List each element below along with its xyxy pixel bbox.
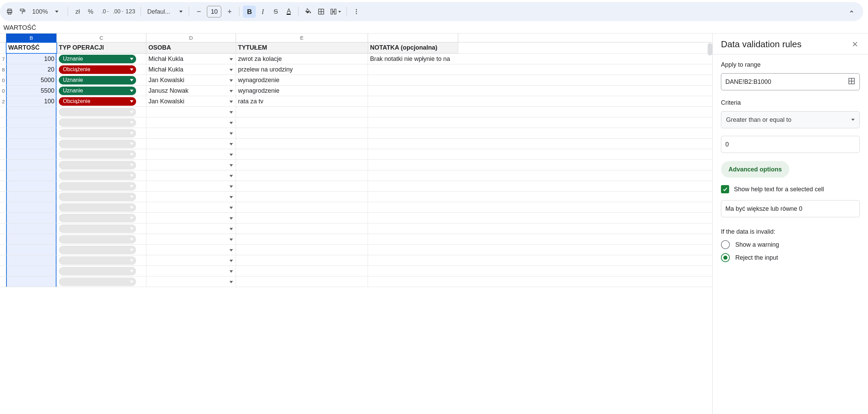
decrease-fontsize-button[interactable]: − xyxy=(193,5,205,18)
operation-chip-empty[interactable] xyxy=(59,150,136,159)
bold-button[interactable]: B xyxy=(243,5,256,18)
operation-chip-empty[interactable] xyxy=(59,171,136,180)
operation-chip[interactable]: Uznanie xyxy=(59,87,136,95)
dropdown-caret-icon[interactable] xyxy=(229,98,234,105)
operation-chip-empty[interactable] xyxy=(59,277,136,286)
operation-chip[interactable]: Uznanie xyxy=(59,55,136,63)
operation-chip-empty[interactable] xyxy=(59,235,136,244)
dropdown-caret-icon[interactable] xyxy=(229,130,234,137)
cell-empty[interactable] xyxy=(368,245,458,255)
cell-person[interactable]: Jan Kowalski xyxy=(146,96,236,106)
row-header[interactable]: 8 xyxy=(0,64,6,75)
cell-empty[interactable] xyxy=(6,192,57,202)
cell-person[interactable] xyxy=(146,202,236,212)
header-cell-osoba[interactable]: OSOBA xyxy=(146,42,236,53)
column-header-b[interactable]: B xyxy=(6,34,57,42)
row-header[interactable] xyxy=(0,223,6,234)
row-header[interactable] xyxy=(0,139,6,149)
print-icon[interactable] xyxy=(3,5,16,18)
cell-empty[interactable] xyxy=(236,255,368,266)
text-color-button[interactable]: A xyxy=(282,5,295,18)
cell-value[interactable]: 100 xyxy=(6,96,57,106)
cell-operation[interactable] xyxy=(57,223,146,234)
cell-empty[interactable] xyxy=(6,149,57,159)
cell-empty[interactable] xyxy=(6,276,57,287)
cell-note[interactable] xyxy=(368,96,458,106)
cell-person[interactable]: Janusz Nowak xyxy=(146,86,236,96)
dropdown-caret-icon[interactable] xyxy=(229,183,234,190)
cell-empty[interactable] xyxy=(6,170,57,181)
cell-note[interactable] xyxy=(368,86,458,96)
row-header[interactable] xyxy=(0,170,6,181)
cell-title[interactable]: zwrot za kolacje xyxy=(236,54,368,64)
row-header[interactable]: 0 xyxy=(0,75,6,85)
cell-person[interactable] xyxy=(146,139,236,149)
strikethrough-button[interactable]: S xyxy=(269,5,282,18)
row-header[interactable] xyxy=(0,234,6,244)
criteria-select[interactable]: Greater than or equal to xyxy=(721,111,860,128)
row-header[interactable] xyxy=(0,255,6,266)
cell-person[interactable] xyxy=(146,107,236,117)
dropdown-caret-icon[interactable] xyxy=(229,161,234,169)
row-header[interactable] xyxy=(0,213,6,223)
operation-chip-empty[interactable] xyxy=(59,118,136,127)
currency-format-button[interactable]: zł xyxy=(71,5,84,18)
cell-person[interactable] xyxy=(146,234,236,244)
row-header[interactable]: 0 xyxy=(0,86,6,96)
cell-empty[interactable] xyxy=(236,202,368,212)
operation-chip-empty[interactable] xyxy=(59,161,136,169)
dropdown-caret-icon[interactable] xyxy=(229,215,234,222)
cell-empty[interactable] xyxy=(236,234,368,244)
cell-person[interactable] xyxy=(146,276,236,287)
cell-person[interactable] xyxy=(146,223,236,234)
fontsize-input[interactable]: 10 xyxy=(207,6,221,17)
cell-person[interactable] xyxy=(146,213,236,223)
radio-show-warning[interactable] xyxy=(721,240,730,249)
cell-empty[interactable] xyxy=(236,192,368,202)
cell-empty[interactable] xyxy=(6,128,57,138)
operation-chip-empty[interactable] xyxy=(59,129,136,138)
cell-title[interactable]: wynagrodzenie xyxy=(236,86,368,96)
cell-operation[interactable] xyxy=(57,245,146,255)
cell-empty[interactable] xyxy=(368,276,458,287)
dropdown-caret-icon[interactable] xyxy=(229,246,234,254)
cell-operation[interactable] xyxy=(57,128,146,138)
dropdown-caret-icon[interactable] xyxy=(229,55,234,63)
dropdown-caret-icon[interactable] xyxy=(229,119,234,126)
font-select[interactable]: Defaul... xyxy=(144,5,185,18)
radio-reject-input[interactable] xyxy=(721,253,730,262)
dropdown-caret-icon[interactable] xyxy=(229,151,234,158)
close-icon[interactable] xyxy=(850,39,860,49)
cell-operation[interactable]: Uznanie xyxy=(57,54,146,64)
cell-empty[interactable] xyxy=(368,170,458,181)
cell-person[interactable]: Jan Kowalski xyxy=(146,75,236,85)
dropdown-caret-icon[interactable] xyxy=(229,236,234,243)
cell-value[interactable]: 20 xyxy=(6,64,57,75)
row-header[interactable]: 2 xyxy=(0,96,6,106)
dropdown-caret-icon[interactable] xyxy=(229,225,234,232)
merge-cells-button[interactable] xyxy=(328,5,343,18)
fill-color-button[interactable] xyxy=(302,5,314,18)
cell-person[interactable] xyxy=(146,160,236,170)
cell-empty[interactable] xyxy=(368,160,458,170)
cell-empty[interactable] xyxy=(368,117,458,128)
cell-operation[interactable] xyxy=(57,107,146,117)
dropdown-caret-icon[interactable] xyxy=(229,193,234,200)
cell-empty[interactable] xyxy=(236,117,368,128)
cell-empty[interactable] xyxy=(6,245,57,255)
cell-empty[interactable] xyxy=(6,223,57,234)
dropdown-caret-icon[interactable] xyxy=(229,257,234,264)
cell-empty[interactable] xyxy=(236,245,368,255)
header-cell-typ[interactable]: TYP OPERACJI xyxy=(57,42,146,53)
cell-operation[interactable] xyxy=(57,255,146,266)
cell-empty[interactable] xyxy=(6,255,57,266)
cell-empty[interactable] xyxy=(6,234,57,244)
cell-person[interactable] xyxy=(146,266,236,276)
header-cell-wartosc[interactable]: WARTOŚĆ xyxy=(6,42,57,53)
cell-empty[interactable] xyxy=(236,181,368,191)
cell-note[interactable]: Brak notatki nie wpłynie to na xyxy=(368,54,458,64)
help-text-input[interactable]: Ma być większe lub równe 0 xyxy=(721,200,860,217)
column-header-d[interactable]: D xyxy=(146,34,236,42)
increase-decimal-button[interactable]: .00→ xyxy=(110,5,123,18)
dropdown-caret-icon[interactable] xyxy=(229,66,234,73)
